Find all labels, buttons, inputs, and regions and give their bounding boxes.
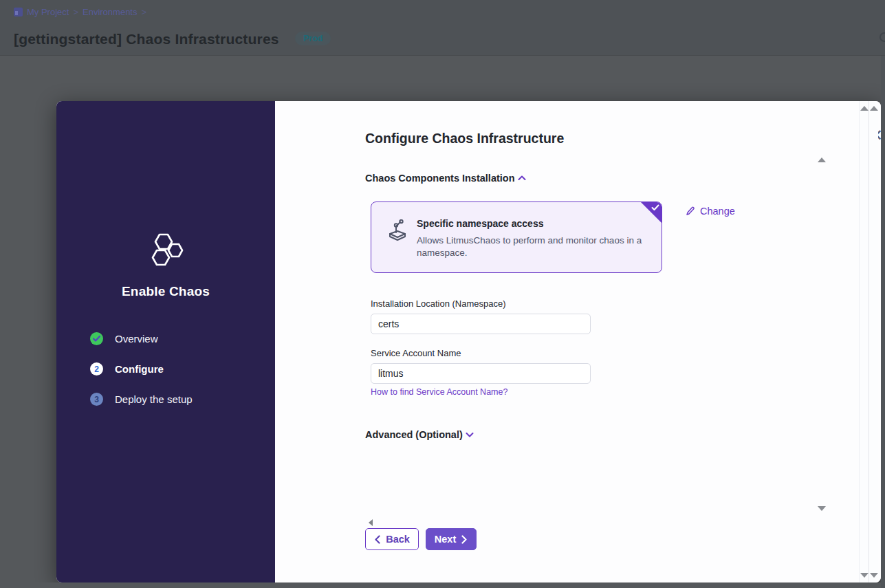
- namespace-input[interactable]: [371, 314, 591, 334]
- overlay-bottom: [0, 582, 885, 588]
- wizard-title: Enable Chaos: [56, 284, 275, 299]
- step-label: Deploy the setup: [115, 393, 193, 405]
- chevron-down-icon: [464, 429, 475, 440]
- card-description: Allows LitmusChaos to perform and monito…: [417, 235, 644, 259]
- section-chaos-components-installation[interactable]: Chaos Components Installation: [365, 173, 527, 184]
- change-link[interactable]: Change: [686, 206, 735, 217]
- chevron-left-icon: [374, 535, 380, 544]
- namespace-field-label: Installation Location (Namespace): [371, 298, 506, 309]
- wizard-steps: Overview 2 Configure 3 Deploy the setup: [90, 332, 193, 406]
- namespace-icon: [387, 219, 408, 241]
- change-label: Change: [700, 206, 735, 217]
- project-icon: [14, 8, 23, 17]
- step-number-badge: 2: [90, 362, 103, 375]
- modal-scrollbar[interactable]: [859, 101, 868, 582]
- selected-check-icon: [651, 204, 659, 211]
- page-header: My Project > Environments > [gettingstar…: [0, 0, 885, 56]
- pencil-icon: [686, 206, 695, 216]
- scroll-up-arrow[interactable]: [860, 106, 868, 111]
- step-done-check-icon: [90, 332, 103, 345]
- breadcrumb-separator: >: [73, 7, 78, 17]
- step-number-badge: 3: [90, 393, 103, 406]
- wizard-panel: Enable Chaos Overview 2 Configure 3 Depl…: [56, 101, 275, 582]
- step-label: Overview: [115, 333, 158, 345]
- section-label: Advanced (Optional): [365, 429, 463, 440]
- breadcrumb-environments[interactable]: Environments: [83, 7, 137, 17]
- breadcrumb-separator: >: [141, 7, 146, 17]
- service-account-field-label: Service Account Name: [371, 348, 461, 358]
- clipped-header-action: [879, 32, 885, 42]
- modal-title: Configure Chaos Infrastructure: [365, 131, 564, 146]
- step-deploy-the-setup[interactable]: 3 Deploy the setup: [90, 393, 193, 406]
- modal-content: Configure Chaos Infrastructure ✕ Chaos C…: [275, 101, 881, 582]
- step-label: Configure: [115, 363, 164, 375]
- scroll-down-arrow[interactable]: [860, 573, 868, 578]
- next-button[interactable]: Next: [426, 528, 477, 550]
- breadcrumb: My Project > Environments >: [14, 7, 146, 17]
- page-title: [gettingstarted] Chaos Infrastructures: [14, 31, 279, 47]
- overlay-right: [881, 56, 885, 588]
- step-overview[interactable]: Overview: [90, 332, 193, 345]
- configure-chaos-modal: Enable Chaos Overview 2 Configure 3 Depl…: [56, 101, 881, 582]
- chaos-hexagons-logo: [145, 232, 186, 272]
- service-account-input[interactable]: [371, 363, 591, 384]
- scroll-up-arrow[interactable]: [870, 106, 878, 111]
- card-title: Specific namespace access: [417, 218, 543, 229]
- env-prod-badge: Prod: [295, 32, 331, 45]
- service-account-help-link[interactable]: How to find Service Account Name?: [371, 387, 507, 397]
- back-label: Back: [386, 534, 410, 545]
- back-button[interactable]: Back: [365, 528, 419, 550]
- step-configure[interactable]: 2 Configure: [90, 362, 193, 375]
- namespace-access-card[interactable]: Specific namespace access Allows LitmusC…: [371, 202, 662, 273]
- scroll-down-arrow[interactable]: [870, 573, 878, 578]
- section-advanced-optional[interactable]: Advanced (Optional): [365, 429, 475, 440]
- chevron-right-icon: [461, 535, 468, 544]
- page-scrollbar[interactable]: [868, 101, 878, 582]
- overlay-left: [0, 56, 56, 588]
- breadcrumb-project[interactable]: My Project: [27, 7, 69, 17]
- chevron-up-icon: [516, 173, 527, 184]
- content-scroll-up-arrow[interactable]: [818, 157, 826, 162]
- next-label: Next: [435, 534, 456, 545]
- content-scroll-left-arrow[interactable]: [369, 519, 373, 526]
- section-label: Chaos Components Installation: [365, 173, 515, 184]
- content-scroll-down-arrow[interactable]: [818, 506, 826, 511]
